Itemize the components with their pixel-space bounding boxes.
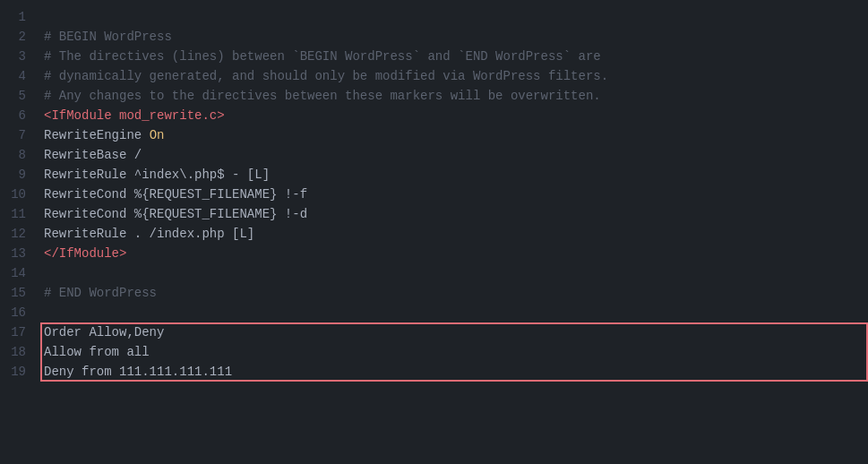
code-line-10: 10 RewriteCond %{REQUEST_FILENAME} !-f: [0, 185, 868, 204]
code-line-6: 6 <IfModule mod_rewrite.c>: [0, 106, 868, 125]
line-content-17: Order Allow,Deny: [40, 322, 868, 342]
line-num-18: 18: [0, 342, 40, 362]
code-line-12: 12 RewriteRule . /index.php [L]: [0, 224, 868, 244]
code-line-14: 14: [0, 263, 868, 283]
line-num-17: 17: [0, 322, 40, 342]
code-line-18: 18 Allow from all: [0, 342, 868, 362]
line-content-3: # The directives (lines) between `BEGIN …: [40, 47, 868, 66]
code-line-4: 4 # dynamically generated, and should on…: [0, 66, 868, 86]
line-num-8: 8: [0, 145, 40, 165]
code-line-19: 19 Deny from 111.111.111.111: [0, 362, 868, 382]
line-content-6: <IfModule mod_rewrite.c>: [40, 106, 868, 125]
line-num-9: 9: [0, 165, 40, 185]
code-line-16: 16: [0, 303, 868, 322]
line-content-8: RewriteBase /: [40, 145, 868, 165]
rewriteengine-keyword: RewriteEngine: [44, 128, 150, 142]
code-line-15: 15 # END WordPress: [0, 283, 868, 303]
line-content-4: # dynamically generated, and should only…: [40, 66, 868, 86]
line-content-12: RewriteRule . /index.php [L]: [40, 224, 868, 244]
line-num-14: 14: [0, 263, 40, 283]
code-line-13: 13 </IfModule>: [0, 244, 868, 263]
line-num-7: 7: [0, 125, 40, 145]
line-num-4: 4: [0, 66, 40, 86]
line-num-15: 15: [0, 283, 40, 303]
line-num-19: 19: [0, 362, 40, 382]
on-value: On: [150, 128, 165, 142]
line-content-7: RewriteEngine On: [40, 125, 868, 145]
line-content-18: Allow from all: [40, 342, 868, 362]
line-num-5: 5: [0, 86, 40, 106]
code-line-7: 7 RewriteEngine On: [0, 125, 868, 145]
line-content-9: RewriteRule ^index\.php$ - [L]: [40, 165, 868, 185]
line-content-11: RewriteCond %{REQUEST_FILENAME} !-d: [40, 204, 868, 224]
code-line-5: 5 # Any changes to the directives betwee…: [0, 86, 868, 106]
line-num-11: 11: [0, 204, 40, 224]
code-line-3: 3 # The directives (lines) between `BEGI…: [0, 47, 868, 66]
code-line-11: 11 RewriteCond %{REQUEST_FILENAME} !-d: [0, 204, 868, 224]
line-num-16: 16: [0, 303, 40, 322]
code-line-2: 2 # BEGIN WordPress: [0, 27, 868, 47]
code-line-8: 8 RewriteBase /: [0, 145, 868, 165]
line-num-13: 13: [0, 244, 40, 263]
code-line-9: 9 RewriteRule ^index\.php$ - [L]: [0, 165, 868, 185]
line-num-6: 6: [0, 106, 40, 125]
line-num-1: 1: [0, 7, 40, 27]
line-num-12: 12: [0, 224, 40, 244]
highlighted-section: 17 Order Allow,Deny 18 Allow from all 19…: [0, 322, 868, 382]
line-content-10: RewriteCond %{REQUEST_FILENAME} !-f: [40, 185, 868, 204]
line-content-5: # Any changes to the directives between …: [40, 86, 868, 106]
line-num-10: 10: [0, 185, 40, 204]
line-num-3: 3: [0, 47, 40, 66]
line-content-15: # END WordPress: [40, 283, 868, 303]
code-line-1: 1: [0, 7, 868, 27]
line-content-13: </IfModule>: [40, 244, 868, 263]
line-content-19: Deny from 111.111.111.111: [40, 362, 868, 382]
line-num-2: 2: [0, 27, 40, 47]
code-editor: 1 2 # BEGIN WordPress 3 # The directives…: [0, 0, 868, 464]
line-content-2: # BEGIN WordPress: [40, 27, 868, 47]
code-line-17: 17 Order Allow,Deny: [0, 322, 868, 342]
